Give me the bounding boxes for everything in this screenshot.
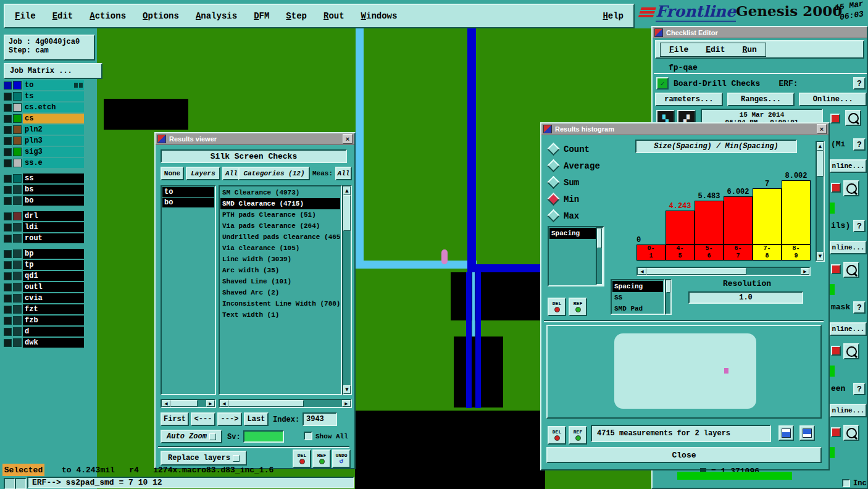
reference-result-button[interactable]: REF [312,449,331,468]
layer-checkbox[interactable] [4,93,12,101]
categories-hscrollbar[interactable]: ◀ ▶ [219,399,352,408]
check-item-row[interactable]: ✓ Board-Drill Checks ERF: ? [656,77,866,90]
layer-checkbox[interactable] [4,272,12,280]
layer-row-cs.etch[interactable]: cs.etch [4,102,84,112]
checklist-button[interactable]: Ranges... [727,93,795,106]
results-histogram-titlebar[interactable]: Results histogram × [541,123,828,135]
menu-windows[interactable]: Windows [361,11,398,21]
online-button[interactable]: nline... [830,322,867,336]
show-all-checkbox[interactable] [304,432,312,440]
category-item[interactable]: Undrilled pads Clearance (4655) [220,232,340,243]
scrollbar-thumb[interactable] [597,228,602,248]
detail-list-scrollbar[interactable] [665,279,672,315]
scroll-right-icon[interactable]: ▶ [206,400,215,407]
layer-row-qd1[interactable]: qd1 [4,271,84,281]
layer-checkbox[interactable] [4,115,12,123]
close-icon[interactable]: × [817,124,827,134]
scrollbar-thumb[interactable] [170,400,198,407]
layer-row-ss[interactable]: ss [4,173,84,183]
close-icon[interactable]: × [343,134,353,144]
stat-option-sum[interactable]: Sum [549,174,600,191]
category-item[interactable]: Via pads Clearance (264) [220,220,340,232]
scroll-right-icon[interactable]: ▶ [801,268,809,275]
layers-view-button-1[interactable] [778,425,794,441]
delete-result-button[interactable]: DEL [293,449,311,468]
results-layer-item[interactable]: to [162,187,214,197]
menu-actions[interactable]: Actions [90,11,126,21]
checklist-menu-edit[interactable]: Edit [706,45,725,54]
reference-button[interactable]: REF [569,298,587,316]
zoom-to-button[interactable] [845,110,861,126]
layer-checkbox[interactable] [4,137,12,145]
layer-checkbox[interactable] [4,317,12,325]
categories-button[interactable]: Categories (12) [238,167,310,180]
layer-row-ldi[interactable]: ldi [4,222,84,232]
menu-options[interactable]: Options [143,11,179,21]
chart-vscrollbar[interactable]: ▲ ▼ [816,141,825,262]
checklist-menu-run[interactable]: Run [742,45,756,54]
layer-row-outl[interactable]: outl [4,282,84,292]
layer-checkbox[interactable] [4,339,12,347]
job-matrix-button[interactable]: Job Matrix ... [4,63,102,79]
help-button[interactable]: ? [853,220,866,232]
menu-help[interactable]: Help [603,11,624,21]
scrollbar-thumb[interactable] [817,151,824,177]
layer-row-dwk[interactable]: dwk [4,338,84,348]
detail-item[interactable]: SS [612,292,663,303]
layer-checkbox[interactable] [4,261,12,269]
layer-row-fzb[interactable]: fzb [4,316,84,325]
status-checkbox-2[interactable] [15,478,27,489]
layers-hscrollbar[interactable]: ◀ ▶ [161,399,216,408]
scroll-down-icon[interactable]: ▼ [343,385,351,394]
layer-checkbox[interactable] [4,104,12,112]
category-item[interactable]: Inconsistent Line Width (788) [220,298,340,309]
scrollbar-thumb[interactable] [228,400,304,407]
scroll-up-icon[interactable]: ▲ [817,142,824,151]
resolution-field[interactable]: 1.0 [688,291,803,304]
stat-option-average[interactable]: Average [549,157,600,174]
delete-button[interactable]: DEL [548,426,566,445]
filter-none-button[interactable]: None [161,167,184,180]
stat-option-min[interactable]: Min [549,191,600,207]
first-button[interactable]: First [161,412,189,426]
index-field[interactable]: 3943 [303,412,337,426]
help-button[interactable]: ? [853,138,866,151]
measure-item[interactable]: Spacing [549,228,597,239]
menu-file[interactable]: File [15,11,36,21]
categories-scrollbar[interactable]: ▲ ▼ [342,185,352,395]
close-button[interactable]: Close [546,447,822,463]
layer-row-ss.e[interactable]: ss.e [4,158,84,168]
zoom-to-button[interactable] [843,425,859,441]
layer-row-pln2[interactable]: pln2 [4,125,84,135]
layer-row-rout[interactable]: rout [4,233,84,243]
stat-option-max[interactable]: Max [549,207,600,224]
scroll-left-icon[interactable]: ◀ [638,268,646,275]
sv-color-field[interactable] [243,430,284,443]
zoom-to-button[interactable] [843,180,859,196]
category-item[interactable]: Via clearance (105) [220,243,340,254]
check-enabled-icon[interactable]: ✓ [656,77,669,90]
layer-row-fzt[interactable]: fzt [4,304,84,314]
help-button[interactable]: ? [853,383,866,395]
layer-row-cvia[interactable]: cvia [4,293,84,303]
layer-checkbox[interactable] [4,235,12,243]
detail-item[interactable]: SMD Pad [612,303,663,314]
layer-checkbox[interactable] [4,224,12,232]
category-item[interactable]: PTH pads Clearance (51) [220,209,340,220]
category-item[interactable]: Text width (1) [220,309,340,320]
menu-rout[interactable]: Rout [323,11,344,21]
layer-checkbox[interactable] [4,250,12,258]
scrollbar-thumb[interactable] [646,268,746,275]
layer-checkbox[interactable] [4,212,12,220]
inc-checkbox[interactable] [842,479,850,487]
zoom-to-button[interactable] [843,262,859,278]
scroll-right-icon[interactable]: ▶ [342,400,351,407]
layer-row-ts[interactable]: ts [4,91,84,101]
checklist-menu-file[interactable]: File [669,45,688,54]
layer-row-sig3[interactable]: sig3 [4,147,84,157]
category-item[interactable]: Arc width (35) [220,265,340,276]
meas-dropdown[interactable]: All [335,167,352,180]
scroll-down-icon[interactable]: ▼ [817,252,824,261]
checklist-button[interactable]: rameters... [655,93,723,106]
category-item[interactable]: Line width (3039) [220,254,340,265]
